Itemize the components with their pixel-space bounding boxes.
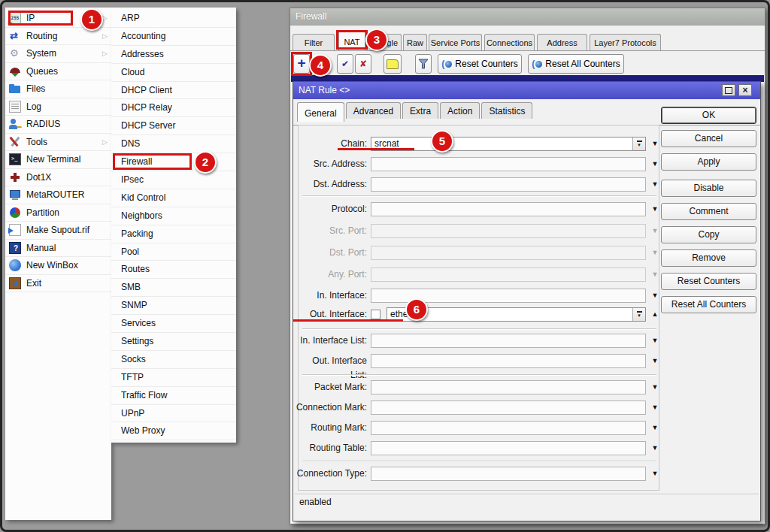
field-input-routing-table[interactable] xyxy=(371,441,646,455)
dropdown-arrow-button[interactable]: ▼ xyxy=(650,268,660,282)
dropdown-arrow-button[interactable]: ▼ xyxy=(650,202,660,216)
dropdown-arrow-button[interactable]: ▼ xyxy=(650,334,660,348)
sidebar-item-files[interactable]: Files xyxy=(5,80,111,98)
comment-button[interactable]: Comment xyxy=(661,203,756,220)
field-input-connection-type[interactable] xyxy=(371,467,646,481)
sidebar-item-exit[interactable]: Exit xyxy=(5,275,111,293)
sidebar-item-radius[interactable]: RADIUS xyxy=(5,116,111,134)
disable-rule-button[interactable]: ✘ xyxy=(355,54,371,74)
close-button[interactable]: × xyxy=(738,84,752,96)
submenu-item-dhcp-relay[interactable]: DHCP Relay xyxy=(111,99,236,117)
sidebar-item-tools[interactable]: Tools▷ xyxy=(5,134,111,152)
sidebar-item-ip[interactable]: IP▷1 xyxy=(5,10,111,28)
submenu-item-snmp[interactable]: SNMP xyxy=(111,297,236,315)
submenu-item-firewall[interactable]: Firewall2 xyxy=(111,153,236,171)
field-input-out-interface[interactable]: ether1▼ xyxy=(387,307,646,322)
submenu-item-cloud[interactable]: Cloud xyxy=(111,64,236,82)
submenu-item-routes[interactable]: Routes xyxy=(111,261,236,279)
dropdown-arrow-button[interactable]: ▲ xyxy=(650,307,660,322)
submenu-item-settings[interactable]: Settings xyxy=(111,333,236,351)
dropdown-arrow-button[interactable]: ▼ xyxy=(650,289,660,303)
submenu-item-traffic-flow[interactable]: Traffic Flow xyxy=(111,387,236,405)
filter-button[interactable] xyxy=(415,54,432,74)
sidebar-item-new-winbox[interactable]: New WinBox xyxy=(5,257,111,275)
field-input-out-interface-list[interactable] xyxy=(371,354,646,368)
sidebar-item-routing[interactable]: Routing▷ xyxy=(5,28,111,46)
apply-button[interactable]: Apply xyxy=(661,153,756,171)
tab-layer7-protocols[interactable]: Layer7 Protocols xyxy=(590,34,661,50)
dropdown-arrow-button[interactable]: ▼ xyxy=(650,467,660,481)
disable-button[interactable]: Disable xyxy=(661,180,756,197)
field-input-connection-mark[interactable] xyxy=(371,401,646,415)
dialog-tab-general[interactable]: General xyxy=(297,102,344,122)
sidebar-item-queues[interactable]: Queues xyxy=(5,63,111,81)
field-input-packet-mark[interactable] xyxy=(371,380,646,394)
cancel-button[interactable]: Cancel xyxy=(661,130,756,147)
dropdown-arrow-button[interactable]: ▼ xyxy=(650,441,660,455)
submenu-item-dns[interactable]: DNS xyxy=(111,135,236,153)
submenu-item-smb[interactable]: SMB xyxy=(111,279,236,297)
dialog-tab-statistics[interactable]: Statistics xyxy=(481,102,532,119)
combo-dropdown-button[interactable]: ▼ xyxy=(632,138,645,150)
tab-filter-rules[interactable]: Filter Rules xyxy=(293,34,335,50)
field-input-dst-address[interactable] xyxy=(371,177,646,192)
submenu-item-ipsec[interactable]: IPsec xyxy=(111,171,236,189)
submenu-item-services[interactable]: Services xyxy=(111,315,236,333)
maximize-button[interactable] xyxy=(722,84,735,96)
submenu-item-dhcp-server[interactable]: DHCP Server xyxy=(111,117,236,135)
submenu-item-socks[interactable]: Socks xyxy=(111,351,236,369)
field-input-dst-port[interactable] xyxy=(371,246,646,260)
sidebar-item-new-terminal[interactable]: New Terminal xyxy=(5,151,111,169)
submenu-item-upnp[interactable]: UPnP xyxy=(111,405,236,423)
sidebar-item-metarouter[interactable]: MetaROUTER xyxy=(5,186,111,204)
reset-all-counters-button[interactable]: Reset All Counters xyxy=(661,296,756,313)
field-input-protocol[interactable] xyxy=(371,202,646,216)
reset-counters-button[interactable]: Reset Counters xyxy=(661,273,756,290)
firewall-window-titlebar[interactable]: Firewall xyxy=(290,8,765,26)
submenu-item-kid-control[interactable]: Kid Control xyxy=(111,189,236,207)
out-interface-checkbox[interactable] xyxy=(371,310,380,319)
sidebar-item-manual[interactable]: Manual xyxy=(5,240,111,258)
tab-service-ports[interactable]: Service Ports xyxy=(429,34,482,50)
reset-counters-toolbar-button[interactable]: ( Reset Counters xyxy=(438,54,522,74)
submenu-item-neighbors[interactable]: Neighbors xyxy=(111,207,236,225)
remove-button[interactable]: Remove xyxy=(661,249,756,267)
field-input-any-port[interactable] xyxy=(371,268,646,282)
field-input-src-address[interactable] xyxy=(371,157,646,171)
dropdown-arrow-button[interactable]: ▼ xyxy=(650,401,660,415)
dropdown-arrow-button[interactable]: ▼ xyxy=(650,354,660,368)
submenu-item-addresses[interactable]: Addresses xyxy=(111,46,236,64)
submenu-item-dhcp-client[interactable]: DHCP Client xyxy=(111,82,236,100)
tab-mangle[interactable]: Mangle xyxy=(367,34,402,50)
sidebar-item-make-supout-rif[interactable]: Make Supout.rif xyxy=(5,222,111,240)
sidebar-item-dot1x[interactable]: Dot1X xyxy=(5,169,111,187)
ok-button[interactable]: OK xyxy=(661,107,756,124)
submenu-item-packing[interactable]: Packing xyxy=(111,225,236,243)
comment-button[interactable] xyxy=(383,54,402,74)
dialog-tab-extra[interactable]: Extra xyxy=(402,102,438,119)
dialog-tab-action[interactable]: Action xyxy=(440,102,480,119)
sidebar-item-partition[interactable]: Partition xyxy=(5,204,111,222)
tab-connections[interactable]: Connections xyxy=(484,34,535,50)
dropdown-arrow-button[interactable]: ▼ xyxy=(650,157,660,171)
submenu-item-pool[interactable]: Pool xyxy=(111,243,236,261)
sidebar-item-log[interactable]: Log xyxy=(5,98,111,116)
dropdown-arrow-button[interactable]: ▼ xyxy=(650,137,660,151)
sidebar-item-system[interactable]: System▷ xyxy=(5,45,111,63)
dropdown-arrow-button[interactable]: ▼ xyxy=(650,224,660,238)
combo-dropdown-button[interactable]: ▼ xyxy=(632,308,645,321)
dropdown-arrow-button[interactable]: ▼ xyxy=(650,246,660,260)
nat-dialog-titlebar[interactable]: NAT Rule <> xyxy=(293,82,760,99)
submenu-item-accounting[interactable]: Accounting xyxy=(111,28,236,46)
submenu-item-tftp[interactable]: TFTP xyxy=(111,369,236,387)
copy-button[interactable]: Copy xyxy=(661,226,756,243)
tab-nat[interactable]: NAT xyxy=(338,31,365,50)
field-input-routing-mark[interactable] xyxy=(371,421,646,435)
dropdown-arrow-button[interactable]: ▼ xyxy=(650,177,660,192)
submenu-item-arp[interactable]: ARP xyxy=(111,10,236,28)
tab-raw[interactable]: Raw xyxy=(403,34,427,50)
submenu-item-web-proxy[interactable]: Web Proxy xyxy=(111,422,236,440)
field-input-in-interface[interactable] xyxy=(371,289,646,303)
dropdown-arrow-button[interactable]: ▼ xyxy=(650,380,660,394)
enable-rule-button[interactable]: ✔ xyxy=(337,54,353,74)
